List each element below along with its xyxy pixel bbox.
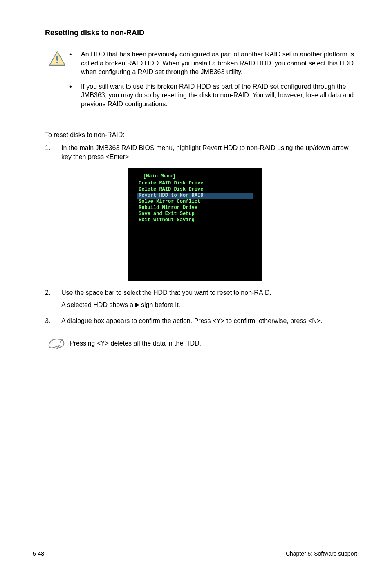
caution-item: • If you still want to use this broken R… bbox=[69, 82, 357, 109]
step-item: 1. In the main JMB363 RAID BIOS menu, hi… bbox=[45, 144, 357, 162]
step-text-fragment: sign before it. bbox=[141, 301, 180, 308]
bios-menu-title: [Main Menu] bbox=[141, 173, 177, 180]
caution-callout: • An HDD that has been previously config… bbox=[45, 45, 357, 114]
svg-point-1 bbox=[56, 62, 58, 63]
svg-rect-0 bbox=[56, 56, 58, 61]
footer-chapter: Chapter 5: Software support bbox=[286, 550, 357, 557]
bios-menu-item: Save and Exit Setup bbox=[137, 211, 253, 217]
bios-screenshot: [Main Menu] Create RAID Disk Drive Delet… bbox=[128, 168, 262, 281]
step-text: A selected HDD shows a sign before it. bbox=[61, 301, 357, 310]
step-text: A dialogue box appears to confirm the ac… bbox=[61, 316, 357, 325]
intro-paragraph: To reset disks to non-RAID: bbox=[45, 130, 357, 139]
caution-item: • An HDD that has been previously config… bbox=[69, 50, 357, 76]
section-heading: Resetting disks to non-RAID bbox=[45, 29, 357, 37]
page-footer: 5-48 Chapter 5: Software support bbox=[33, 548, 357, 557]
bios-menu-item: Delete RAID Disk Drive bbox=[137, 186, 253, 193]
bios-menu-item: Create RAID Disk Drive bbox=[137, 180, 253, 186]
bios-menu-item: Rebuild Mirror Drive bbox=[137, 205, 253, 211]
step-text: In the main JMB363 RAID BIOS menu, highl… bbox=[61, 144, 357, 162]
triangle-play-icon bbox=[135, 303, 139, 307]
caution-text: If you still want to use this broken RAI… bbox=[81, 82, 357, 109]
step-number: 1. bbox=[45, 144, 61, 162]
step-number: 3. bbox=[45, 316, 61, 325]
bios-menu-item-selected: Revert HDD to Non-RAID bbox=[137, 193, 253, 199]
note-icon bbox=[45, 337, 69, 350]
note-text: Pressing <Y> deletes all the data in the… bbox=[69, 339, 357, 348]
step-text-fragment: A selected HDD shows a bbox=[61, 301, 135, 308]
step-item: 2. Use the space bar to select the HDD t… bbox=[45, 288, 357, 310]
bios-menu-item: Solve Mirror Conflict bbox=[137, 199, 253, 205]
note-callout: Pressing <Y> deletes all the data in the… bbox=[45, 332, 357, 355]
footer-page-number: 5-48 bbox=[33, 550, 44, 557]
caution-icon bbox=[45, 50, 69, 66]
bios-menu-item: Exit Without Saving bbox=[137, 217, 253, 223]
bullet-icon: • bbox=[69, 82, 81, 109]
step-item: 3. A dialogue box appears to confirm the… bbox=[45, 316, 357, 325]
step-text: Use the space bar to select the HDD that… bbox=[61, 288, 357, 297]
step-number: 2. bbox=[45, 288, 61, 310]
caution-text: An HDD that has been previously configur… bbox=[81, 50, 357, 76]
bullet-icon: • bbox=[69, 50, 81, 76]
